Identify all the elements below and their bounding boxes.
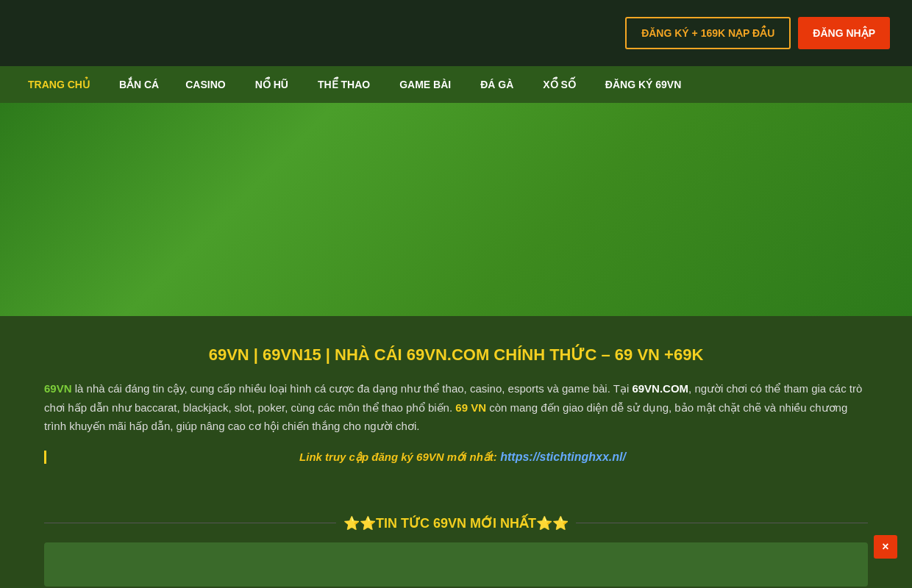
hero-banner: [0, 103, 912, 316]
news-section: ⭐⭐TIN TỨC 69VN MỚI NHẤT⭐⭐: [0, 508, 912, 589]
divider-line-left: [44, 523, 336, 523]
news-title: ⭐⭐TIN TỨC 69VN MỚI NHẤT⭐⭐: [343, 515, 569, 531]
brand-69vn-com: 69VN.COM: [632, 382, 688, 395]
page-title: 69VN | 69VN15 | NHÀ CÁI 69VN.COM CHÍNH T…: [44, 345, 868, 365]
header: ĐĂNG KÝ + 169K NẠP ĐẦU ĐĂNG NHẬP: [0, 0, 912, 66]
nav-item-game-bai[interactable]: GAME BÀI: [386, 68, 464, 101]
news-divider: ⭐⭐TIN TỨC 69VN MỚI NHẤT⭐⭐: [44, 515, 868, 531]
login-button[interactable]: ĐĂNG NHẬP: [798, 17, 890, 49]
register-button[interactable]: ĐĂNG KÝ + 169K NẠP ĐẦU: [625, 17, 791, 49]
nav-item-ban-ca[interactable]: BẮN CÁ: [106, 68, 172, 101]
header-buttons: ĐĂNG KÝ + 169K NẠP ĐẦU ĐĂNG NHẬP: [625, 17, 890, 49]
link-url[interactable]: https://stichtinghxx.nl/: [500, 451, 626, 463]
nav-item-the-thao[interactable]: THỂ THAO: [304, 68, 383, 101]
close-button[interactable]: ×: [874, 535, 897, 559]
content-section: 69VN | 69VN15 | NHÀ CÁI 69VN.COM CHÍNH T…: [0, 316, 912, 508]
nav-item-no-hu[interactable]: NỔ HŨ: [242, 68, 302, 101]
nav-item-dang-ky[interactable]: ĐĂNG KÝ 69VN: [592, 68, 694, 101]
intro-paragraph: 69VN là nhà cái đáng tin cậy, cung cấp n…: [44, 379, 868, 436]
divider-line-right: [576, 523, 868, 523]
link-block: Link truy cập đăng ký 69VN mới nhất: htt…: [44, 451, 868, 464]
link-label: Link truy cập đăng ký 69VN mới nhất:: [299, 451, 497, 463]
nav-item-trang-chu[interactable]: TRANG CHỦ: [15, 68, 103, 101]
nav-item-xo-so[interactable]: XỔ SỐ: [530, 68, 589, 101]
brand-69vn-1: 69VN: [44, 382, 72, 395]
intro-text-1: là nhà cái đáng tin cậy, cung cấp nhiều …: [72, 382, 633, 395]
nav-item-casino[interactable]: CASINO: [172, 68, 238, 101]
brand-69-vn: 69 VN: [455, 401, 486, 414]
news-card: [44, 542, 868, 587]
nav-item-da-ga[interactable]: ĐÁ GÀ: [467, 68, 527, 101]
main-nav: TRANG CHỦ BẮN CÁ CASINO NỔ HŨ THỂ THAO G…: [0, 66, 912, 103]
